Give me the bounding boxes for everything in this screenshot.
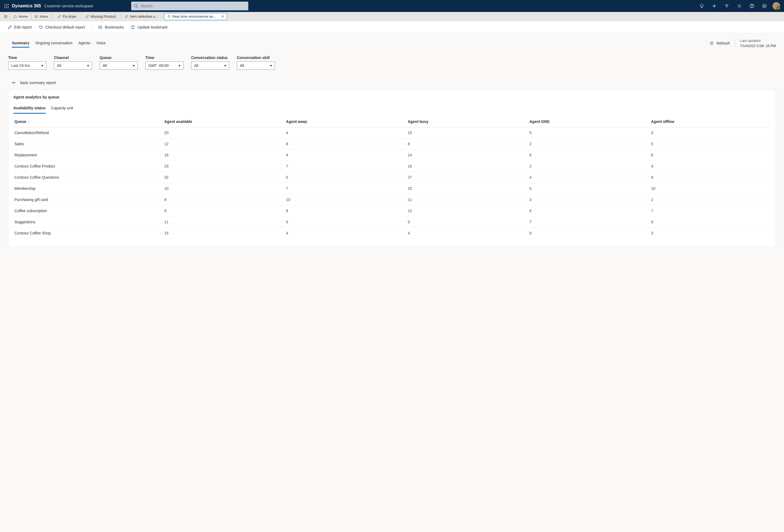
- report-toolbar: Edit report Checkout default report Book…: [0, 21, 784, 33]
- view-tab-label: Voice: [96, 41, 106, 45]
- help-icon[interactable]: [748, 2, 756, 10]
- toolbar-label: Edit report: [14, 25, 32, 29]
- tab-inbox[interactable]: Inbox: [32, 13, 52, 20]
- table-cell: 8: [162, 194, 284, 205]
- table-cell: Coffee subscription: [13, 205, 162, 216]
- tab-item-defective[interactable]: Item defective o...: [122, 13, 161, 20]
- inner-tab-label: Capacity unit: [51, 106, 73, 110]
- view-tab-agents[interactable]: Agents: [78, 39, 90, 48]
- filter-convo-skill-dropdown[interactable]: All ▾: [237, 61, 275, 70]
- update-bookmark-button[interactable]: Update bookmark: [131, 25, 168, 30]
- tab-missing-product[interactable]: Missing Product: [83, 13, 118, 20]
- table-row[interactable]: Contoso Coffee Shop154483: [13, 228, 771, 239]
- table-cell: 3: [649, 127, 771, 139]
- header-actions: [697, 2, 780, 10]
- filter-timezone-dropdown[interactable]: GMT -08:00 ▾: [145, 61, 184, 70]
- col-away[interactable]: Agent away: [284, 116, 405, 127]
- pencil-icon: [58, 15, 61, 18]
- view-tab-ongoing[interactable]: Ongoing conversation: [35, 39, 73, 48]
- table-cell: 6: [649, 150, 771, 161]
- agent-analytics-card: Agent analytics by queue Availability st…: [8, 90, 776, 247]
- table-row[interactable]: Replacement1641466: [13, 150, 771, 161]
- list-icon: [98, 25, 103, 29]
- table-cell: 15: [405, 127, 527, 139]
- svg-point-21: [765, 5, 765, 6]
- avatar[interactable]: [773, 2, 780, 10]
- inbox-icon: [34, 15, 38, 18]
- col-queue[interactable]: Queue↑: [13, 116, 162, 127]
- hamburger-icon[interactable]: [2, 12, 10, 21]
- table-cell: 10: [649, 183, 771, 194]
- svg-point-4: [6, 6, 7, 6]
- svg-point-20: [763, 5, 764, 6]
- filter-label: Time: [8, 56, 46, 60]
- filter-convo-skill: Conversation skill All ▾: [237, 56, 275, 70]
- checkout-report-button[interactable]: Checkout default report: [38, 25, 85, 30]
- col-dnd[interactable]: Agent DND: [527, 116, 649, 127]
- filter-channel-dropdown[interactable]: All ▾: [54, 61, 92, 70]
- dropdown-value: Last 24 hrs: [11, 63, 30, 68]
- plus-icon[interactable]: [710, 2, 719, 10]
- search-input[interactable]: [140, 4, 246, 8]
- tab-label: Missing Product: [91, 14, 116, 19]
- tab-fix-dryer[interactable]: Fix dryer: [55, 13, 80, 20]
- arrow-left-icon: [12, 81, 16, 85]
- app-launcher-icon[interactable]: [2, 2, 11, 10]
- tab-label: Home: [19, 14, 28, 19]
- table-row[interactable]: Suggestions119979: [13, 216, 771, 228]
- table-cell: 9: [162, 205, 284, 216]
- col-offline[interactable]: Agent offline: [649, 116, 771, 127]
- table-row[interactable]: Membership10725510: [13, 183, 771, 194]
- table-cell: 9: [284, 216, 405, 228]
- table-row[interactable]: Coffee subscription981267: [13, 205, 771, 216]
- filter-icon[interactable]: [723, 2, 731, 10]
- view-tab-label: Summary: [12, 41, 29, 45]
- tab-realtime-omnichannel[interactable]: Real time omnichannel an... ✕: [164, 13, 227, 20]
- edit-report-button[interactable]: Edit report: [8, 25, 32, 29]
- table-cell: 4: [284, 228, 405, 239]
- table-cell: 5: [284, 172, 405, 183]
- filter-time-dropdown[interactable]: Last 24 hrs ▾: [8, 61, 46, 70]
- emoji-icon[interactable]: [760, 2, 769, 10]
- view-tabs: Summary Ongoing conversation Agents Voic…: [12, 39, 106, 48]
- table-row[interactable]: Sales128825: [13, 139, 771, 150]
- table-body: Cancellation/Refund2041553Sales128825Rep…: [13, 127, 771, 239]
- table-cell: 3: [527, 194, 649, 205]
- svg-point-32: [99, 26, 100, 26]
- inner-tab-availability[interactable]: Availability status: [13, 104, 46, 114]
- table-row[interactable]: Purchasing gift card8101132: [13, 194, 771, 205]
- gear-icon[interactable]: [735, 2, 744, 10]
- refresh-button[interactable]: Refresh: [709, 41, 730, 46]
- tab-home[interactable]: Home: [10, 13, 31, 20]
- filter-convo-status-dropdown[interactable]: All ▾: [191, 61, 229, 70]
- brand-subtitle: Customer service workspace: [45, 4, 93, 8]
- col-busy[interactable]: Agent busy: [405, 116, 527, 127]
- table-cell: 7: [649, 205, 771, 216]
- svg-point-9: [135, 4, 137, 7]
- svg-point-6: [5, 7, 5, 8]
- col-available[interactable]: Agent available: [162, 116, 284, 127]
- table-row[interactable]: Contoso Coffee Product2371624: [13, 161, 771, 172]
- table-cell: Contoso Coffee Shop: [13, 228, 162, 239]
- table-row[interactable]: Cancellation/Refund2041553: [13, 127, 771, 139]
- inner-tab-capacity[interactable]: Capacity unit: [51, 104, 73, 114]
- table-header-row: Queue↑ Agent available Agent away Agent …: [13, 116, 771, 127]
- close-icon[interactable]: ✕: [221, 14, 224, 19]
- view-tab-voice[interactable]: Voice: [96, 39, 106, 48]
- view-tab-summary[interactable]: Summary: [12, 39, 29, 48]
- table-cell: 10: [162, 183, 284, 194]
- table-cell: 7: [284, 183, 405, 194]
- table-row[interactable]: Contoso Coffee Questions3252748: [13, 172, 771, 183]
- svg-point-19: [762, 4, 766, 8]
- back-summary-link[interactable]: back summary report: [12, 81, 776, 85]
- lightbulb-icon[interactable]: [697, 2, 706, 10]
- view-tab-label: Ongoing conversation: [35, 41, 73, 45]
- report-icon: [167, 15, 171, 18]
- filter-queue-dropdown[interactable]: All ▾: [100, 61, 138, 70]
- app-header: Dynamics 365 Customer service workspace: [0, 0, 784, 12]
- table-cell: Contoso Coffee Product: [13, 161, 162, 172]
- inner-tab-label: Availability status: [13, 106, 46, 110]
- search-box[interactable]: [131, 2, 248, 10]
- bookmarks-button[interactable]: Bookmarks: [98, 25, 124, 29]
- svg-point-0: [5, 4, 5, 5]
